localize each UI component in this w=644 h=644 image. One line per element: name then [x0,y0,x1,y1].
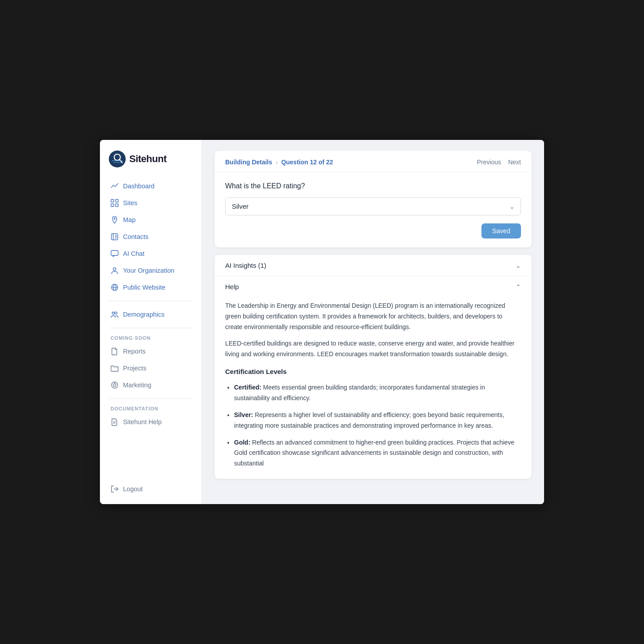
help-accordion: Help ⌃ The Leadership in Energy and Envi… [215,276,532,479]
map-pin-icon [111,216,119,224]
breadcrumb-link[interactable]: Building Details [225,159,272,166]
help-para-2: LEED-certified buildings are designed to… [225,338,521,360]
help-body: The Leadership in Energy and Environment… [215,297,532,479]
svg-rect-7 [111,204,114,207]
help-para-1: The Leadership in Energy and Environment… [225,301,521,332]
question-nav-buttons: Previous Next [477,159,521,166]
cert-level-silver: Silver: Represents a higher level of sus… [234,410,521,431]
sidebar-item-your-org[interactable]: Your Organization [105,262,196,278]
breadcrumb-separator: › [276,159,278,166]
grid-icon [111,199,119,207]
ai-insights-header[interactable]: AI Insights (1) ⌄ [215,255,532,276]
logo-icon [109,151,126,167]
cert-level-certified: Certified: Meets essential green buildin… [234,382,521,404]
svg-rect-6 [115,199,118,202]
cert-certified-name: Certified: [234,384,261,391]
svg-rect-4 [113,162,121,163]
sidebar-item-projects[interactable]: Projects [105,360,196,376]
globe-icon [111,283,119,291]
insights-help-card: AI Insights (1) ⌄ Help ⌃ The Leadership … [215,254,532,479]
question-card: Building Details › Question 12 of 22 Pre… [215,151,532,247]
svg-point-23 [113,384,116,386]
divider-3 [109,398,193,399]
folder-icon [111,364,119,372]
svg-point-20 [112,312,115,314]
cert-silver-name: Silver: [234,411,253,418]
question-body: What is the LEED rating? None Certified … [215,172,532,247]
doc-icon [111,347,119,355]
cert-silver-desc: Represents a higher level of sustainabil… [234,411,504,429]
leed-select[interactable]: None Certified Silver Gold Platinum [225,197,521,215]
main-nav: Dashboard Sites Map [100,178,202,295]
help-label: Help [225,283,239,290]
demographics-icon [111,310,119,318]
svg-rect-8 [115,204,118,207]
ai-insights-chevron-icon: ⌄ [516,262,521,269]
main-content: Building Details › Question 12 of 22 Pre… [202,140,544,504]
leed-select-wrapper: None Certified Silver Gold Platinum ⌄ [225,197,521,215]
coming-soon-nav: Reports Projects Marketing [100,343,202,393]
cert-level-gold: Gold: Reflects an advanced commitment to… [234,437,521,469]
help-chevron-icon: ⌃ [516,283,521,290]
app-name: Sitehunt [129,153,167,165]
next-button[interactable]: Next [508,159,521,166]
svg-point-0 [109,151,126,167]
demographics-nav: Demographics [100,306,202,322]
chat-icon [111,250,119,258]
sidebar: Sitehunt Dashboard Sites [100,140,202,504]
divider-1 [109,301,193,301]
ai-insights-accordion: AI Insights (1) ⌄ [215,254,532,276]
svg-point-16 [113,268,116,270]
contacts-icon [111,233,119,241]
ai-insights-label: AI Insights (1) [225,262,266,269]
svg-point-21 [115,312,117,314]
svg-point-9 [114,218,115,219]
cert-gold-name: Gold: [234,439,250,446]
sidebar-item-demographics[interactable]: Demographics [105,306,196,322]
sidebar-item-sitehunt-help[interactable]: Sitehunt Help [105,414,196,430]
app-logo: Sitehunt [100,151,202,178]
sidebar-item-ai-chat[interactable]: AI Chat [105,246,196,262]
sidebar-item-map[interactable]: Map [105,212,196,228]
question-label: What is the LEED rating? [225,182,521,190]
logout-icon [111,485,119,493]
documentation-nav: Sitehunt Help [100,414,202,430]
question-card-header: Building Details › Question 12 of 22 Pre… [215,151,532,172]
help-doc-icon [111,418,119,426]
previous-button[interactable]: Previous [477,159,501,166]
cert-gold-desc: Reflects an advanced commitment to highe… [234,439,514,467]
sidebar-item-dashboard[interactable]: Dashboard [105,178,196,194]
svg-rect-15 [111,250,118,255]
divider-2 [109,328,193,328]
svg-rect-3 [112,160,123,161]
breadcrumb-current: Question 12 of 22 [281,159,333,166]
svg-rect-5 [111,199,114,202]
sidebar-item-contacts[interactable]: Contacts [105,229,196,245]
marketing-icon [111,381,119,389]
breadcrumb: Building Details › Question 12 of 22 [225,159,333,166]
coming-soon-label: COMING SOON [100,334,202,343]
chart-icon [111,182,119,190]
sidebar-item-public-website[interactable]: Public Website [105,279,196,295]
sidebar-item-marketing[interactable]: Marketing [105,377,196,393]
sidebar-item-reports[interactable]: Reports [105,343,196,359]
help-header[interactable]: Help ⌃ [215,276,532,297]
cert-levels-list: Certified: Meets essential green buildin… [225,382,521,469]
documentation-label: DOCUMENTATION [100,404,202,414]
logout-button[interactable]: Logout [105,481,196,497]
person-icon [111,266,119,274]
cert-certified-desc: Meets essential green building standards… [234,384,485,402]
sidebar-item-sites[interactable]: Sites [105,195,196,211]
cert-levels-title: Certification Levels [225,366,521,378]
logout-nav: Logout [100,481,202,497]
saved-button[interactable]: Saved [481,223,521,239]
